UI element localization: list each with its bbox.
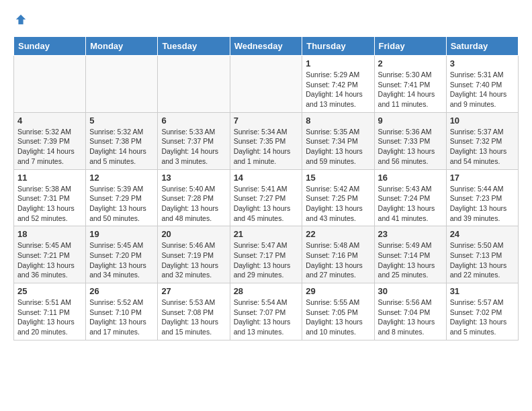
day-detail: Sunrise: 5:47 AM Sunset: 7:17 PM Dayligh… <box>234 240 299 280</box>
calendar-cell: 22Sunrise: 5:48 AM Sunset: 7:16 PM Dayli… <box>302 226 374 283</box>
day-number: 5 <box>89 116 154 126</box>
calendar-cell: 18Sunrise: 5:45 AM Sunset: 7:21 PM Dayli… <box>14 226 86 283</box>
day-header-wednesday: Wednesday <box>230 37 302 56</box>
day-detail: Sunrise: 5:39 AM Sunset: 7:29 PM Dayligh… <box>89 184 154 224</box>
day-number: 13 <box>161 173 226 183</box>
calendar-cell: 5Sunrise: 5:32 AM Sunset: 7:38 PM Daylig… <box>86 112 158 169</box>
calendar-cell: 2Sunrise: 5:30 AM Sunset: 7:41 PM Daylig… <box>374 56 446 113</box>
day-number: 14 <box>234 173 299 183</box>
day-detail: Sunrise: 5:29 AM Sunset: 7:42 PM Dayligh… <box>306 70 370 109</box>
day-number: 19 <box>89 229 154 239</box>
day-number: 12 <box>89 173 154 183</box>
calendar-cell: 15Sunrise: 5:42 AM Sunset: 7:25 PM Dayli… <box>302 169 374 226</box>
day-detail: Sunrise: 5:51 AM Sunset: 7:11 PM Dayligh… <box>17 298 82 337</box>
day-number: 16 <box>378 173 443 183</box>
calendar-cell: 6Sunrise: 5:33 AM Sunset: 7:37 PM Daylig… <box>158 112 230 169</box>
day-detail: Sunrise: 5:34 AM Sunset: 7:35 PM Dayligh… <box>234 127 299 167</box>
day-detail: Sunrise: 5:44 AM Sunset: 7:23 PM Dayligh… <box>450 184 515 224</box>
calendar-cell: 24Sunrise: 5:50 AM Sunset: 7:13 PM Dayli… <box>446 226 518 283</box>
day-number: 22 <box>306 229 370 239</box>
day-detail: Sunrise: 5:54 AM Sunset: 7:07 PM Dayligh… <box>234 298 299 337</box>
day-header-thursday: Thursday <box>302 37 374 56</box>
calendar-cell: 10Sunrise: 5:37 AM Sunset: 7:32 PM Dayli… <box>446 112 518 169</box>
day-detail: Sunrise: 5:49 AM Sunset: 7:14 PM Dayligh… <box>378 240 443 280</box>
day-detail: Sunrise: 5:43 AM Sunset: 7:24 PM Dayligh… <box>378 184 443 224</box>
calendar-cell: 27Sunrise: 5:53 AM Sunset: 7:08 PM Dayli… <box>158 283 230 340</box>
day-number: 15 <box>306 173 370 183</box>
week-row-4: 18Sunrise: 5:45 AM Sunset: 7:21 PM Dayli… <box>14 226 519 283</box>
calendar-cell: 29Sunrise: 5:55 AM Sunset: 7:05 PM Dayli… <box>302 283 374 340</box>
day-number: 7 <box>234 116 299 126</box>
calendar-cell: 23Sunrise: 5:49 AM Sunset: 7:14 PM Dayli… <box>374 226 446 283</box>
day-number: 11 <box>17 173 82 183</box>
day-number: 29 <box>306 286 370 296</box>
day-detail: Sunrise: 5:32 AM Sunset: 7:39 PM Dayligh… <box>17 127 82 167</box>
calendar-cell: 25Sunrise: 5:51 AM Sunset: 7:11 PM Dayli… <box>14 283 86 340</box>
calendar-cell: 17Sunrise: 5:44 AM Sunset: 7:23 PM Dayli… <box>446 169 518 226</box>
day-detail: Sunrise: 5:30 AM Sunset: 7:41 PM Dayligh… <box>378 70 443 109</box>
day-number: 18 <box>17 229 82 239</box>
day-detail: Sunrise: 5:37 AM Sunset: 7:32 PM Dayligh… <box>450 127 515 167</box>
day-detail: Sunrise: 5:33 AM Sunset: 7:37 PM Dayligh… <box>161 127 226 167</box>
day-number: 21 <box>234 229 299 239</box>
day-detail: Sunrise: 5:31 AM Sunset: 7:40 PM Dayligh… <box>450 70 515 109</box>
day-detail: Sunrise: 5:46 AM Sunset: 7:19 PM Dayligh… <box>161 240 226 280</box>
day-detail: Sunrise: 5:57 AM Sunset: 7:02 PM Dayligh… <box>450 298 515 337</box>
calendar-cell <box>158 56 230 113</box>
calendar-cell: 16Sunrise: 5:43 AM Sunset: 7:24 PM Dayli… <box>374 169 446 226</box>
day-detail: Sunrise: 5:40 AM Sunset: 7:28 PM Dayligh… <box>161 184 226 224</box>
logo <box>13 13 27 26</box>
day-detail: Sunrise: 5:53 AM Sunset: 7:08 PM Dayligh… <box>161 298 226 337</box>
svg-marker-0 <box>16 15 26 24</box>
calendar-cell: 3Sunrise: 5:31 AM Sunset: 7:40 PM Daylig… <box>446 56 518 113</box>
day-number: 28 <box>234 286 299 296</box>
calendar-cell: 21Sunrise: 5:47 AM Sunset: 7:17 PM Dayli… <box>230 226 302 283</box>
day-detail: Sunrise: 5:32 AM Sunset: 7:38 PM Dayligh… <box>89 127 154 167</box>
calendar-cell: 4Sunrise: 5:32 AM Sunset: 7:39 PM Daylig… <box>14 112 86 169</box>
calendar-cell: 26Sunrise: 5:52 AM Sunset: 7:10 PM Dayli… <box>86 283 158 340</box>
calendar-cell: 7Sunrise: 5:34 AM Sunset: 7:35 PM Daylig… <box>230 112 302 169</box>
day-detail: Sunrise: 5:36 AM Sunset: 7:33 PM Dayligh… <box>378 127 443 167</box>
calendar-cell: 31Sunrise: 5:57 AM Sunset: 7:02 PM Dayli… <box>446 283 518 340</box>
day-number: 8 <box>306 116 370 126</box>
logo-icon <box>15 13 27 26</box>
day-number: 10 <box>450 116 515 126</box>
day-number: 9 <box>378 116 443 126</box>
day-detail: Sunrise: 5:35 AM Sunset: 7:34 PM Dayligh… <box>306 127 370 167</box>
day-number: 20 <box>161 229 226 239</box>
day-header-sunday: Sunday <box>14 37 86 56</box>
day-detail: Sunrise: 5:45 AM Sunset: 7:21 PM Dayligh… <box>17 240 82 280</box>
day-detail: Sunrise: 5:38 AM Sunset: 7:31 PM Dayligh… <box>17 184 82 224</box>
calendar-cell: 12Sunrise: 5:39 AM Sunset: 7:29 PM Dayli… <box>86 169 158 226</box>
week-row-1: 1Sunrise: 5:29 AM Sunset: 7:42 PM Daylig… <box>14 56 519 113</box>
day-number: 27 <box>161 286 226 296</box>
day-number: 2 <box>378 58 443 68</box>
day-number: 26 <box>89 286 154 296</box>
calendar-cell: 20Sunrise: 5:46 AM Sunset: 7:19 PM Dayli… <box>158 226 230 283</box>
calendar-cell: 1Sunrise: 5:29 AM Sunset: 7:42 PM Daylig… <box>302 56 374 113</box>
calendar-header-row: SundayMondayTuesdayWednesdayThursdayFrid… <box>14 37 519 56</box>
page-header <box>13 13 519 26</box>
day-detail: Sunrise: 5:48 AM Sunset: 7:16 PM Dayligh… <box>306 240 370 280</box>
day-number: 6 <box>161 116 226 126</box>
week-row-5: 25Sunrise: 5:51 AM Sunset: 7:11 PM Dayli… <box>14 283 519 340</box>
calendar-cell: 11Sunrise: 5:38 AM Sunset: 7:31 PM Dayli… <box>14 169 86 226</box>
calendar-cell: 8Sunrise: 5:35 AM Sunset: 7:34 PM Daylig… <box>302 112 374 169</box>
day-header-friday: Friday <box>374 37 446 56</box>
day-detail: Sunrise: 5:56 AM Sunset: 7:04 PM Dayligh… <box>378 298 443 337</box>
calendar-cell <box>230 56 302 113</box>
calendar: SundayMondayTuesdayWednesdayThursdayFrid… <box>13 36 519 340</box>
day-number: 1 <box>306 58 370 68</box>
week-row-2: 4Sunrise: 5:32 AM Sunset: 7:39 PM Daylig… <box>14 112 519 169</box>
day-number: 30 <box>378 286 443 296</box>
calendar-cell: 30Sunrise: 5:56 AM Sunset: 7:04 PM Dayli… <box>374 283 446 340</box>
calendar-cell: 14Sunrise: 5:41 AM Sunset: 7:27 PM Dayli… <box>230 169 302 226</box>
day-detail: Sunrise: 5:41 AM Sunset: 7:27 PM Dayligh… <box>234 184 299 224</box>
calendar-cell: 13Sunrise: 5:40 AM Sunset: 7:28 PM Dayli… <box>158 169 230 226</box>
week-row-3: 11Sunrise: 5:38 AM Sunset: 7:31 PM Dayli… <box>14 169 519 226</box>
day-header-monday: Monday <box>86 37 158 56</box>
day-number: 24 <box>450 229 515 239</box>
day-number: 25 <box>17 286 82 296</box>
day-number: 17 <box>450 173 515 183</box>
day-detail: Sunrise: 5:55 AM Sunset: 7:05 PM Dayligh… <box>306 298 370 337</box>
